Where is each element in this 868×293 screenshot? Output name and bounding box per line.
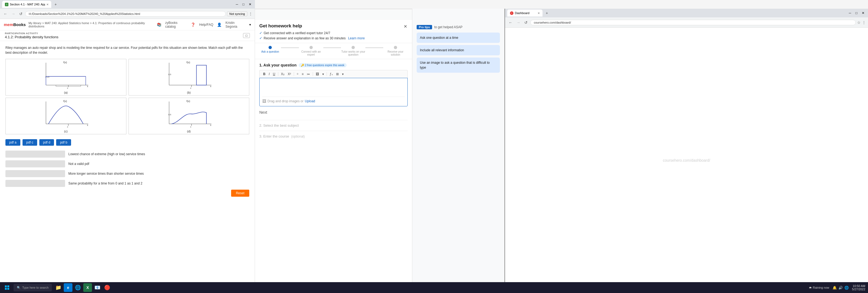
- network-icon[interactable]: 🌐: [844, 286, 849, 290]
- taskbar-file-explorer[interactable]: 📁: [54, 283, 63, 292]
- toolbar-sep-4: [327, 72, 327, 76]
- matching-row-4: Same probability for a time from 0 and 1…: [5, 180, 249, 187]
- toolbar-image-dropdown[interactable]: ▼: [321, 72, 325, 76]
- taskbar-app2[interactable]: 🔴: [103, 283, 112, 292]
- step2-label: Connect with an expert: [299, 50, 323, 56]
- learn-more-link[interactable]: Learn more: [348, 36, 365, 40]
- step-ask-question: Ask a question: [259, 46, 281, 53]
- zybooks-panel: ← → ↺ H:/Downloads/Section%204.1%20-%20M…: [0, 9, 255, 293]
- taskbar-excel[interactable]: X: [83, 283, 92, 292]
- toolbar-superscript[interactable]: X²: [286, 71, 292, 77]
- step-line-1: [281, 48, 299, 48]
- toolbar-underline[interactable]: U: [272, 71, 277, 77]
- upload-link[interactable]: Upload: [305, 99, 315, 103]
- toolbar-table[interactable]: ⊞: [335, 71, 340, 77]
- zybooks-logo: mem: [4, 22, 13, 27]
- step-connect: Connect with an expert: [299, 46, 323, 56]
- matching-blank-3[interactable]: [5, 170, 65, 177]
- browser2-tab-close[interactable]: ✕: [538, 12, 540, 14]
- toolbar-italic[interactable]: I: [268, 71, 271, 77]
- browser-minimize[interactable]: ─: [235, 2, 240, 7]
- bullet2-icon: ✓: [259, 36, 262, 40]
- browser-close[interactable]: ✕: [247, 2, 253, 7]
- help-faq-link[interactable]: Help/FAQ: [199, 23, 213, 27]
- bullet1-text: Get connected with a verified expert tut…: [264, 31, 330, 35]
- notifications-icon[interactable]: 🔔: [833, 286, 837, 290]
- b2-menu[interactable]: ⋮: [862, 20, 866, 25]
- reload-btn[interactable]: ↺: [18, 11, 24, 17]
- pro-tips-badge: Pro tips: [416, 25, 432, 29]
- toolbar-image[interactable]: 🖼: [314, 71, 320, 77]
- address-bar-1[interactable]: H:/Downloads/Section%204.1%20-%20MAT%202…: [25, 11, 226, 17]
- taskbar-app1[interactable]: 📧: [93, 283, 102, 292]
- reset-button[interactable]: Reset: [231, 189, 249, 197]
- taskbar-chrome[interactable]: 🌐: [73, 283, 82, 292]
- editor-area[interactable]: 🖼 Drag and drop images or Upload: [259, 78, 408, 106]
- zybooks-catalog-link[interactable]: zyBooks catalog: [165, 21, 187, 28]
- browser2-tab1[interactable]: C Dashboard ✕: [507, 9, 542, 17]
- browser2-close[interactable]: ✕: [860, 10, 866, 16]
- weather-icon: 🌧: [809, 286, 812, 289]
- user-name: Kristin Segovia: [225, 21, 246, 28]
- help-title: Get homework help: [259, 23, 365, 29]
- svg-text:f(x): f(x): [186, 61, 190, 64]
- toolbar-formula[interactable]: ƒₓ: [328, 71, 334, 77]
- matching-row-1: Lowest chance of extreme (high or low) s…: [5, 151, 249, 157]
- graph-d-label: (d): [130, 130, 248, 133]
- toolbar-subscript[interactable]: X₂: [280, 71, 286, 77]
- matching-blank-4[interactable]: [5, 180, 65, 187]
- collapse-btn[interactable]: □: [243, 33, 250, 38]
- pdf-d-btn[interactable]: pdf d: [39, 139, 54, 146]
- address-bar-2[interactable]: coursehero.com/dashboard/: [530, 20, 856, 25]
- start-button[interactable]: [3, 283, 11, 292]
- browser1-menu[interactable]: ⋮: [249, 12, 252, 16]
- help-close-btn[interactable]: ✕: [403, 23, 408, 30]
- pdf-b-btn[interactable]: pdf b: [56, 139, 71, 146]
- svg-text:x: x: [190, 87, 191, 89]
- toolbar-list-unordered[interactable]: ≡: [300, 71, 305, 77]
- browser2-minimize[interactable]: ─: [847, 10, 852, 16]
- section3-title: 3. Enter the course (optional): [259, 134, 305, 138]
- matching-blank-1[interactable]: [5, 151, 65, 157]
- progress-steps: Ask a question Connect with an expert Tu…: [255, 43, 412, 59]
- taskbar-search[interactable]: 🔍 Type here to search: [13, 284, 52, 291]
- step4-label: Receive your solution: [383, 50, 408, 56]
- b2-bookmark[interactable]: ☆: [857, 20, 861, 25]
- section1-title: 1. Ask your question: [259, 63, 297, 67]
- toolbar-divide[interactable]: ÷: [296, 71, 300, 77]
- pdf-a-btn[interactable]: pdf a: [5, 139, 20, 146]
- browser1-tab1[interactable]: S Section 4.1 - MAT 240: Applied ... ✕: [2, 1, 51, 8]
- toolbar-list-ordered[interactable]: ≔: [305, 71, 311, 77]
- upload-text: Drag and drop images or: [268, 99, 304, 103]
- b2-reload[interactable]: ↺: [523, 20, 529, 26]
- graph-c-label: (c): [7, 130, 125, 133]
- back-btn[interactable]: ←: [2, 11, 9, 17]
- toolbar-sep-1: [278, 72, 278, 76]
- browser1-sync[interactable]: Not syncing: [227, 11, 247, 16]
- browser2-new-tab[interactable]: +: [544, 9, 550, 17]
- taskbar-edge[interactable]: e: [64, 283, 72, 292]
- matching-row-2: Not a valid pdf: [5, 160, 249, 167]
- browser2-maximize[interactable]: □: [854, 10, 859, 16]
- graph-b-svg: f(x) x 0.5 x: [130, 60, 248, 90]
- toolbar-table-dropdown[interactable]: ▼: [341, 72, 345, 76]
- tab1-label: Section 4.1 - MAT 240: Applied ...: [10, 3, 45, 6]
- matching-blank-2[interactable]: [5, 160, 65, 167]
- svg-text:0.5: 0.5: [168, 113, 171, 116]
- volume-icon[interactable]: 🔊: [838, 286, 843, 290]
- pdf-c-btn[interactable]: pdf c: [23, 139, 37, 146]
- editor-content[interactable]: [262, 81, 405, 94]
- toolbar-bold[interactable]: B: [262, 71, 267, 77]
- browser-maximize[interactable]: □: [241, 2, 246, 7]
- browser1-tab2-new[interactable]: +: [52, 1, 59, 8]
- next-button[interactable]: Next: [259, 110, 267, 115]
- b2-back[interactable]: ←: [507, 20, 514, 26]
- tab1-close[interactable]: ✕: [46, 3, 49, 6]
- date-display: 5/27/2022: [852, 288, 865, 291]
- browser2-tab-label: Dashboard: [515, 11, 529, 14]
- b2-forward[interactable]: →: [515, 20, 522, 26]
- forward-btn[interactable]: →: [10, 11, 17, 17]
- svg-text:f(x): f(x): [63, 61, 67, 64]
- activity-title: 4.1.2: Probability density functions: [5, 35, 58, 39]
- user-dropdown-icon[interactable]: ▾: [249, 23, 251, 27]
